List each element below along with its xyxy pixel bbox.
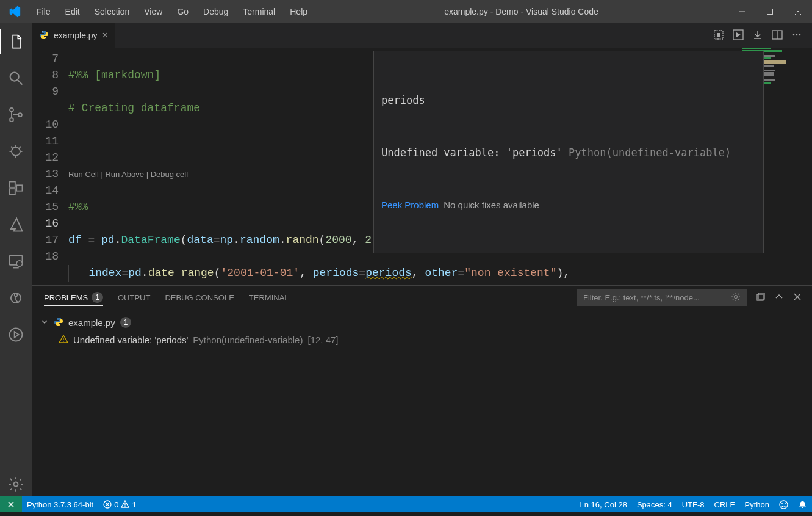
svg-point-27 (45, 37, 46, 38)
more-actions-icon[interactable] (791, 29, 802, 42)
tab-example-py[interactable]: example.py × (32, 23, 116, 48)
settings-gear-icon[interactable] (0, 472, 32, 496)
svg-point-42 (63, 341, 64, 342)
svg-point-48 (780, 501, 788, 509)
status-ln-col[interactable]: Ln 16, Col 28 (575, 496, 632, 512)
minimize-button[interactable] (728, 0, 756, 23)
tab-close-icon[interactable]: × (102, 30, 108, 41)
chevron-down-icon (40, 318, 49, 328)
svg-point-35 (799, 34, 801, 35)
menu-go[interactable]: Go (170, 0, 196, 23)
status-encoding[interactable]: UTF-8 (677, 496, 710, 512)
status-language[interactable]: Python (740, 496, 774, 512)
svg-rect-29 (717, 33, 720, 37)
problem-file-count: 1 (120, 317, 132, 328)
run-cell-icon[interactable] (733, 29, 744, 42)
explorer-icon[interactable] (0, 29, 32, 54)
svg-rect-1 (767, 9, 773, 15)
svg-point-33 (793, 34, 795, 35)
remote-button[interactable] (0, 496, 22, 512)
panel-chevron-up-icon[interactable] (774, 292, 784, 303)
status-eol[interactable]: CRLF (710, 496, 740, 512)
hover-title: periods (381, 92, 756, 109)
svg-point-24 (10, 329, 23, 341)
svg-point-36 (735, 295, 738, 298)
status-feedback-icon[interactable] (774, 496, 793, 512)
source-control-icon[interactable] (0, 103, 32, 127)
menu-edit[interactable]: Edit (58, 0, 87, 23)
editor-tabs: example.py × (32, 23, 812, 48)
liveshare-icon[interactable] (0, 322, 32, 347)
svg-point-47 (125, 506, 126, 507)
remote-explorer-icon[interactable] (0, 249, 32, 274)
status-bell-icon[interactable] (793, 496, 812, 512)
extensions-icon[interactable] (0, 176, 32, 200)
svg-point-23 (15, 294, 18, 297)
warning-icon (59, 334, 68, 346)
svg-point-21 (16, 261, 22, 266)
window-title: example.py - Demo - Visual Studio Code (315, 7, 728, 16)
panel-close-icon[interactable] (792, 292, 802, 303)
svg-point-26 (42, 31, 43, 32)
menu-file[interactable]: File (29, 0, 58, 23)
svg-point-50 (785, 503, 786, 504)
menu-debug[interactable]: Debug (196, 0, 235, 23)
problem-location: [12, 47] (307, 335, 338, 345)
problem-file-row[interactable]: example.py 1 (40, 314, 803, 331)
activity-bar (0, 23, 32, 496)
search-icon[interactable] (0, 66, 32, 90)
gitlens-icon[interactable] (0, 286, 32, 310)
tab-label: example.py (54, 31, 98, 40)
python-file-icon (54, 317, 63, 329)
svg-rect-16 (10, 182, 15, 187)
code-content[interactable]: #%% [markdown] # Creating dataframe Run … (68, 48, 812, 285)
maximize-button[interactable] (756, 0, 784, 23)
status-bar: Python 3.7.3 64-bit 0 1 Ln 16, Col 28 Sp… (0, 496, 812, 512)
codelens-run-cell[interactable]: Run Cell | Run Above | Debug cell (68, 170, 188, 179)
download-icon[interactable] (752, 29, 763, 42)
problem-source: Python(undefined-variable) (193, 335, 303, 345)
svg-point-25 (14, 482, 18, 487)
status-python-interpreter[interactable]: Python 3.7.3 64-bit (22, 496, 98, 512)
status-problems[interactable]: 0 1 (98, 496, 141, 512)
svg-point-49 (781, 503, 783, 504)
show-variables-icon[interactable] (713, 29, 724, 42)
menu-terminal[interactable]: Terminal (235, 0, 282, 23)
panel-tab-debug-console[interactable]: Debug Console (165, 293, 234, 302)
bottom-panel: Problems1 Output Debug Console Terminal … (32, 285, 812, 496)
problems-filter-input[interactable]: Filter. E.g.: text, **/*.ts, !**/node... (577, 289, 747, 306)
peek-problem-link[interactable]: Peek Problem (381, 200, 439, 210)
panel-tab-terminal[interactable]: Terminal (249, 293, 289, 302)
svg-point-8 (18, 113, 22, 117)
status-spaces[interactable]: Spaces: 4 (632, 496, 677, 512)
svg-line-15 (20, 147, 21, 148)
filter-settings-icon[interactable] (731, 292, 741, 303)
python-file-icon (39, 30, 49, 42)
problem-message: Undefined variable: 'periods' (73, 335, 188, 345)
svg-line-14 (11, 147, 12, 148)
svg-point-7 (10, 118, 13, 122)
titlebar: File Edit Selection View Go Debug Termin… (0, 0, 812, 23)
split-editor-icon[interactable] (772, 29, 783, 42)
panel-tab-problems[interactable]: Problems1 (44, 292, 103, 306)
panel-tab-output[interactable]: Output (118, 293, 150, 302)
hover-source: Python(undefined-variable) (569, 147, 731, 159)
azure-icon[interactable] (0, 213, 32, 237)
collapse-all-icon[interactable] (756, 292, 766, 303)
problem-item-row[interactable]: Undefined variable: 'periods' Python(und… (40, 331, 803, 348)
code-editor[interactable]: 78910111213141516171819 #%% [markdown] #… (32, 48, 812, 285)
menu-selection[interactable]: Selection (87, 0, 137, 23)
close-button[interactable] (784, 0, 812, 23)
svg-point-9 (12, 147, 20, 156)
debug-icon[interactable] (0, 139, 32, 164)
svg-line-5 (18, 81, 23, 85)
svg-point-6 (10, 108, 13, 112)
no-quick-fix-text: No quick fixes available (444, 200, 539, 210)
menu-view[interactable]: View (137, 0, 170, 23)
svg-point-4 (10, 73, 19, 81)
problem-file-name: example.py (68, 318, 115, 328)
menu-help[interactable]: Help (282, 0, 315, 23)
svg-rect-18 (16, 185, 22, 191)
vscode-logo-icon (0, 5, 29, 18)
window-controls (728, 0, 812, 23)
